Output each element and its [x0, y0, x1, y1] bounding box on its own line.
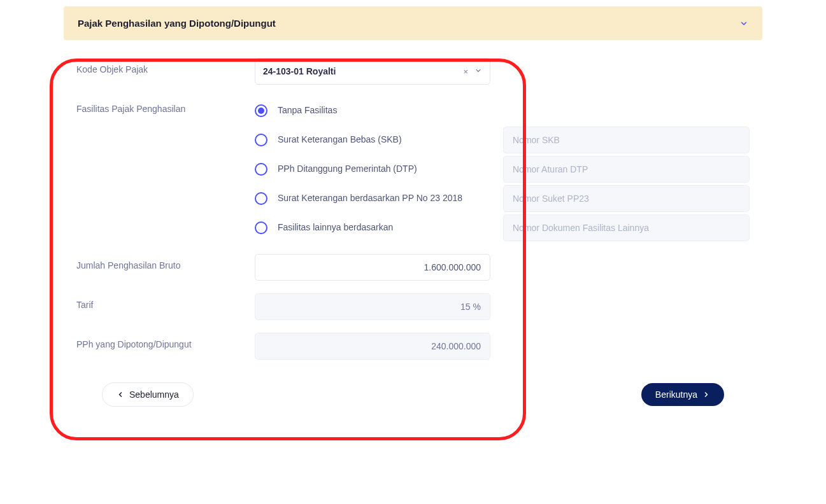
radio-label-pp23: Surat Keterangan berdasarkan PP No 23 20… [278, 192, 462, 205]
input-skb-number: Nomor SKB [503, 127, 750, 153]
chevron-down-icon [739, 19, 748, 28]
chevron-left-icon [117, 391, 124, 398]
accordion-header[interactable]: Pajak Penghasilan yang Dipotong/Dipungut [64, 6, 762, 40]
previous-button[interactable]: Sebelumnya [102, 382, 194, 407]
chevron-right-icon [702, 391, 710, 398]
next-button[interactable]: Berikutnya [641, 383, 724, 406]
label-gross: Jumlah Penghasilan Bruto [76, 254, 255, 270]
panel-title: Pajak Penghasilan yang Dipotong/Dipungut [78, 18, 276, 29]
form-content: Kode Objek Pajak 24-103-01 Royalti × Fas… [64, 40, 762, 360]
input-other-number: Nomor Dokumen Fasilitas Lainnya [503, 214, 750, 241]
select-tax-object-value: 24-103-01 Royalti [263, 66, 336, 76]
select-tax-object[interactable]: 24-103-01 Royalti × [255, 58, 490, 85]
previous-button-label: Sebelumnya [129, 389, 179, 400]
placeholder-pp23: Nomor Suket PP23 [513, 193, 589, 204]
label-tax-object: Kode Objek Pajak [76, 58, 255, 74]
radio-option-none[interactable]: Tanpa Fasilitas [255, 97, 490, 124]
placeholder-other: Nomor Dokumen Fasilitas Lainnya [513, 223, 649, 233]
row-facility: Fasilitas Pajak Penghasilan Tanpa Fasili… [76, 97, 750, 241]
label-facility: Fasilitas Pajak Penghasilan [76, 97, 255, 114]
radio-label-other: Fasilitas lainnya berdasarkan [278, 221, 393, 234]
input-rate: 15 % [255, 293, 490, 320]
radio-icon [255, 221, 267, 234]
radio-icon [255, 104, 267, 117]
footer-nav: Sebelumnya Berikutnya [64, 382, 762, 426]
radio-icon [255, 192, 267, 205]
next-button-label: Berikutnya [655, 389, 697, 400]
radio-icon [255, 134, 267, 146]
radio-option-skb[interactable]: Surat Keterangan Bebas (SKB) [255, 127, 490, 153]
placeholder-skb: Nomor SKB [513, 135, 560, 145]
radio-label-none: Tanpa Fasilitas [278, 104, 337, 117]
radio-option-dtp[interactable]: PPh Ditanggung Pemerintah (DTP) [255, 156, 490, 183]
radio-icon [255, 163, 267, 176]
row-gross: Jumlah Penghasilan Bruto 1.600.000.000 [76, 254, 750, 281]
placeholder-dtp: Nomor Aturan DTP [513, 164, 588, 174]
radio-label-dtp: PPh Ditanggung Pemerintah (DTP) [278, 163, 417, 176]
radio-option-pp23[interactable]: Surat Keterangan berdasarkan PP No 23 20… [255, 185, 490, 212]
input-gross-value: 1.600.000.000 [424, 262, 481, 272]
label-rate: Tarif [76, 293, 255, 310]
clear-icon[interactable]: × [463, 67, 468, 76]
radio-label-skb: Surat Keterangan Bebas (SKB) [278, 134, 402, 146]
input-withheld: 240.000.000 [255, 333, 490, 360]
radio-option-other[interactable]: Fasilitas lainnya berdasarkan [255, 214, 490, 241]
row-tax-object: Kode Objek Pajak 24-103-01 Royalti × [76, 58, 750, 85]
chevron-down-icon[interactable] [474, 67, 482, 76]
input-pp23-number: Nomor Suket PP23 [503, 185, 750, 212]
row-rate: Tarif 15 % [76, 293, 750, 320]
row-withheld: PPh yang Dipotong/Dipungut 240.000.000 [76, 333, 750, 360]
input-dtp-number: Nomor Aturan DTP [503, 156, 750, 183]
input-rate-value: 15 % [460, 302, 481, 312]
label-withheld: PPh yang Dipotong/Dipungut [76, 333, 255, 349]
input-withheld-value: 240.000.000 [431, 341, 481, 351]
input-gross[interactable]: 1.600.000.000 [255, 254, 490, 281]
